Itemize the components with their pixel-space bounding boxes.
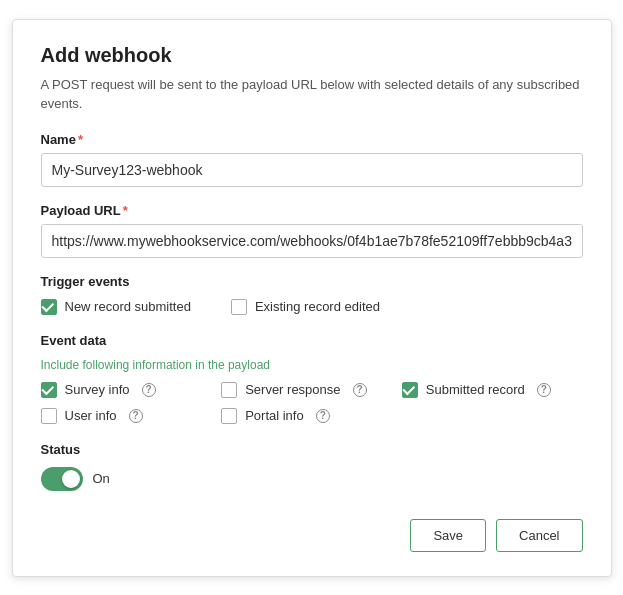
submitted-record-checkbox-box[interactable] xyxy=(402,382,418,398)
existing-record-edited-checkbox[interactable]: Existing record edited xyxy=(231,299,380,315)
cancel-button[interactable]: Cancel xyxy=(496,519,582,552)
survey-info-label: Survey info xyxy=(65,382,130,397)
payload-required-star: * xyxy=(123,203,128,218)
add-webhook-modal: Add webhook A POST request will be sent … xyxy=(12,19,612,577)
status-section: Status On xyxy=(41,442,583,491)
server-response-label: Server response xyxy=(245,382,340,397)
new-record-label: New record submitted xyxy=(65,299,191,314)
server-response-checkbox[interactable]: Server response ? xyxy=(221,382,402,398)
existing-record-checkbox-box[interactable] xyxy=(231,299,247,315)
status-row: On xyxy=(41,467,583,491)
status-toggle[interactable] xyxy=(41,467,83,491)
server-response-help-icon[interactable]: ? xyxy=(353,383,367,397)
user-info-label: User info xyxy=(65,408,117,423)
name-label: Name* xyxy=(41,132,583,147)
modal-title: Add webhook xyxy=(41,44,583,67)
survey-info-checkbox-box[interactable] xyxy=(41,382,57,398)
modal-description: A POST request will be sent to the paylo… xyxy=(41,75,583,114)
name-required-star: * xyxy=(78,132,83,147)
server-response-checkbox-box[interactable] xyxy=(221,382,237,398)
portal-info-checkbox[interactable]: Portal info ? xyxy=(221,408,402,424)
status-toggle-label: On xyxy=(93,471,110,486)
user-info-help-icon[interactable]: ? xyxy=(129,409,143,423)
portal-info-help-icon[interactable]: ? xyxy=(316,409,330,423)
payload-url-label: Payload URL* xyxy=(41,203,583,218)
trigger-events-row: New record submitted Existing record edi… xyxy=(41,299,583,315)
event-data-subtitle: Include following information in the pay… xyxy=(41,358,583,372)
save-button[interactable]: Save xyxy=(410,519,486,552)
user-info-checkbox-box[interactable] xyxy=(41,408,57,424)
new-record-submitted-checkbox[interactable]: New record submitted xyxy=(41,299,191,315)
portal-info-checkbox-box[interactable] xyxy=(221,408,237,424)
survey-info-checkbox[interactable]: Survey info ? xyxy=(41,382,222,398)
status-title: Status xyxy=(41,442,583,457)
user-info-checkbox[interactable]: User info ? xyxy=(41,408,222,424)
submitted-record-label: Submitted record xyxy=(426,382,525,397)
submitted-record-help-icon[interactable]: ? xyxy=(537,383,551,397)
new-record-checkbox-box[interactable] xyxy=(41,299,57,315)
submitted-record-checkbox[interactable]: Submitted record ? xyxy=(402,382,583,398)
event-data-grid: Survey info ? Server response ? Submitte… xyxy=(41,382,583,424)
event-data-section: Event data Include following information… xyxy=(41,333,583,424)
existing-record-label: Existing record edited xyxy=(255,299,380,314)
portal-info-label: Portal info xyxy=(245,408,304,423)
trigger-events-title: Trigger events xyxy=(41,274,583,289)
footer-buttons: Save Cancel xyxy=(41,519,583,552)
event-data-title: Event data xyxy=(41,333,583,348)
payload-url-input[interactable] xyxy=(41,224,583,258)
survey-info-help-icon[interactable]: ? xyxy=(142,383,156,397)
name-input[interactable] xyxy=(41,153,583,187)
toggle-thumb xyxy=(62,470,80,488)
